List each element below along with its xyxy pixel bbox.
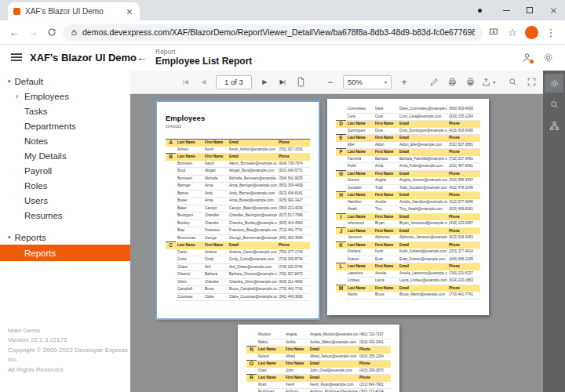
report-row: RodriguezAnthonyAnthony_Rodriguez@exampl… xyxy=(246,389,391,392)
window-minimize-button[interactable] xyxy=(494,0,518,20)
report-row: CurtisCindyCindy_Curtis@example.com(719)… xyxy=(166,256,310,264)
sidebar-item-resumes[interactable]: Resumes xyxy=(0,208,130,223)
document-map-button[interactable] xyxy=(545,116,563,135)
sidebar-item-label: Roles xyxy=(24,181,47,191)
browser-refresh-button[interactable] xyxy=(44,24,60,40)
sidebar-group-reports[interactable]: ▾ Reports xyxy=(0,230,130,245)
report-row: ChinnChandraChandra_Chinn@example.com(60… xyxy=(166,278,310,286)
report-page-1[interactable]: Employees 10/4/2022 ALast NameFirst Name… xyxy=(157,102,319,318)
report-row: FullerAnitaAnita_Fuller@example.com(212)… xyxy=(336,163,480,171)
sidebar-group-label: Default xyxy=(15,77,43,86)
zoom-in-button[interactable]: + xyxy=(397,74,411,90)
sidebar-item-employees[interactable]: › Employees xyxy=(0,89,130,103)
report-row: CommiskeyDaveDave_Commiskey@example.com(… xyxy=(336,106,480,113)
browser-back-button[interactable]: ← xyxy=(6,24,22,40)
sidebar-item-tasks[interactable]: Tasks xyxy=(0,103,130,118)
viewer-side-rail xyxy=(543,71,565,392)
export-button[interactable]: ▾ xyxy=(481,74,495,90)
next-page-button[interactable]: ▶ xyxy=(257,74,272,90)
report-row: GoodwinToddTodd_Goodwin@example.com(412)… xyxy=(336,184,480,192)
report-row: LawrenceAmeliaAmelia_Lawrence@example.co… xyxy=(336,270,480,278)
browser-tab[interactable]: XAF's Blazor UI Demo xyxy=(8,2,140,20)
user-profile-button[interactable] xyxy=(521,52,533,64)
report-row: MartinBruceBruce_Martin@example.com(770)… xyxy=(336,292,480,299)
browser-menu-icon[interactable]: ⋮ xyxy=(543,24,559,40)
sidebar-item-users[interactable]: Users xyxy=(0,193,130,208)
settings-button[interactable] xyxy=(542,52,554,64)
header-back-button[interactable]: ← xyxy=(137,51,148,64)
report-section-header: GLast NameFirst NameEmailPhone xyxy=(336,170,480,177)
sidebar-item-my-details[interactable]: My Details xyxy=(0,148,130,163)
report-table: ALast NameFirst NameEmailPhoneAshtonKevi… xyxy=(166,139,310,301)
search-button[interactable] xyxy=(505,74,519,90)
bookmark-star-icon[interactable]: ☆ xyxy=(505,24,520,40)
print-button[interactable] xyxy=(445,74,459,90)
tab-strip-dot-icon xyxy=(478,9,482,13)
report-row: ChesnutBarbaraBarbara_Chesnut@example.co… xyxy=(166,271,310,279)
print-page-button[interactable] xyxy=(463,74,477,90)
tab-close-icon[interactable] xyxy=(124,6,134,16)
pencil-icon xyxy=(429,77,439,87)
window-controls xyxy=(478,0,565,20)
window-close-button[interactable] xyxy=(541,0,565,20)
fullscreen-button[interactable] xyxy=(524,74,538,90)
report-row: BonnermanGeorgeGeorge_Bonnerman@example.… xyxy=(166,234,310,242)
report-row: LindseyLauraLaura_Lindsey@example.com(61… xyxy=(336,278,480,285)
app-title: XAF's Blazor UI Demo xyxy=(30,52,133,64)
install-app-icon[interactable] xyxy=(486,24,501,40)
address-bar[interactable]: demos.devexpress.com/XAF/BlazorDemo/Repo… xyxy=(63,24,483,41)
report-row: FairchildBarbaraBarbara_Fairchild@exampl… xyxy=(336,156,480,163)
zoom-out-button[interactable]: − xyxy=(323,74,337,90)
report-row: NelsonAlfredAlfred_Nelson@example.com(91… xyxy=(246,354,391,361)
browser-forward-button[interactable]: → xyxy=(25,24,41,40)
report-table: CommiskeyDaveDave_Commiskey@example.com(… xyxy=(336,106,480,299)
chevron-right-icon: › xyxy=(16,92,20,100)
report-row: BoydAbigailAbigail_Boyd@example.com(931)… xyxy=(166,168,310,176)
last-page-button[interactable]: ▶| xyxy=(275,74,290,90)
search-panel-button[interactable] xyxy=(545,95,563,114)
report-preview-area[interactable]: Employees 10/4/2022 ALast NameFirst Name… xyxy=(130,94,543,392)
report-row: IsherwoodBryanBryan_Isherwood@example.co… xyxy=(336,220,480,227)
report-section-header: HLast NameFirst NameEmailPhone xyxy=(336,192,480,199)
sidebar-item-label: Tasks xyxy=(24,107,47,116)
zoom-select[interactable]: 50% ▾ xyxy=(343,75,392,89)
report-row: CousteauClaireClaire_Cousteau@example.co… xyxy=(166,293,310,301)
footer-line: Copyright © 2000-2022 Developer Express … xyxy=(8,346,130,365)
report-row: CarterAndrewAndrew_Carter@example.com(75… xyxy=(166,249,310,256)
edit-button[interactable] xyxy=(427,74,441,90)
report-section-header: ELast NameFirst NameEmailPhone xyxy=(336,135,480,142)
report-row: OneilJohnJohn_Oneil@example.com(415) 293… xyxy=(246,368,391,375)
report-page-2[interactable]: CommiskeyDaveDave_Commiskey@example.com(… xyxy=(327,99,489,315)
first-page-button[interactable]: |◀ xyxy=(178,74,192,90)
sidebar-item-roles[interactable]: Roles xyxy=(0,178,130,193)
report-row: BrayFranciscoFrancisco_Bray@example.com(… xyxy=(166,227,310,235)
report-section-header: ALast NameFirst NameEmailPhone xyxy=(166,140,310,147)
report-row: CeraCoraCora_Cera@example.com(910) 155-1… xyxy=(336,113,480,121)
parameters-panel-button[interactable] xyxy=(545,74,563,93)
minimize-icon xyxy=(503,10,510,11)
sidebar-item-reports[interactable]: Reports xyxy=(0,245,130,261)
report-row: AshtonKevinKevin_Ashton@example.com(781)… xyxy=(166,147,310,154)
page-indicator[interactable]: 1 of 3 xyxy=(216,75,252,89)
hamburger-menu-icon[interactable] xyxy=(0,53,30,61)
window-maximize-button[interactable] xyxy=(518,0,541,20)
report-section-header: BLast NameFirst NameEmailPhone xyxy=(166,154,310,161)
sidebar-item-notes[interactable]: Notes xyxy=(0,133,130,148)
breadcrumb-parent[interactable]: Report xyxy=(155,48,252,56)
sidebar-item-label: Departments xyxy=(24,122,76,131)
report-title: Employees xyxy=(166,114,310,122)
sidebar-group-default[interactable]: ▾ Default xyxy=(0,74,130,89)
profile-avatar[interactable] xyxy=(525,26,538,39)
sidebar: ▾ Default › Employees Tasks Departments … xyxy=(0,71,130,392)
sidebar-item-departments[interactable]: Departments xyxy=(0,118,130,133)
report-page-3[interactable]: MoultonAngelaAngela_Moulton@example.com(… xyxy=(238,325,399,392)
prev-page-button[interactable]: ◀ xyxy=(196,74,210,90)
report-row: CampbellBruceBruce_Campbell@example.com(… xyxy=(166,286,310,294)
report-toolbar: |◀ ◀ 1 of 3 ▶ ▶| − 50% ▾ + xyxy=(130,71,543,94)
printer-page-icon xyxy=(465,77,476,87)
page-setup-button[interactable] xyxy=(293,74,308,90)
footer-line: Version 22.1.3.22172 xyxy=(8,336,130,345)
sidebar-item-payroll[interactable]: Payroll xyxy=(0,163,130,178)
report-row: EllerAldonAldon_Eller@example.com(531) 5… xyxy=(336,142,480,149)
footer-line: Main Demo xyxy=(8,326,130,336)
